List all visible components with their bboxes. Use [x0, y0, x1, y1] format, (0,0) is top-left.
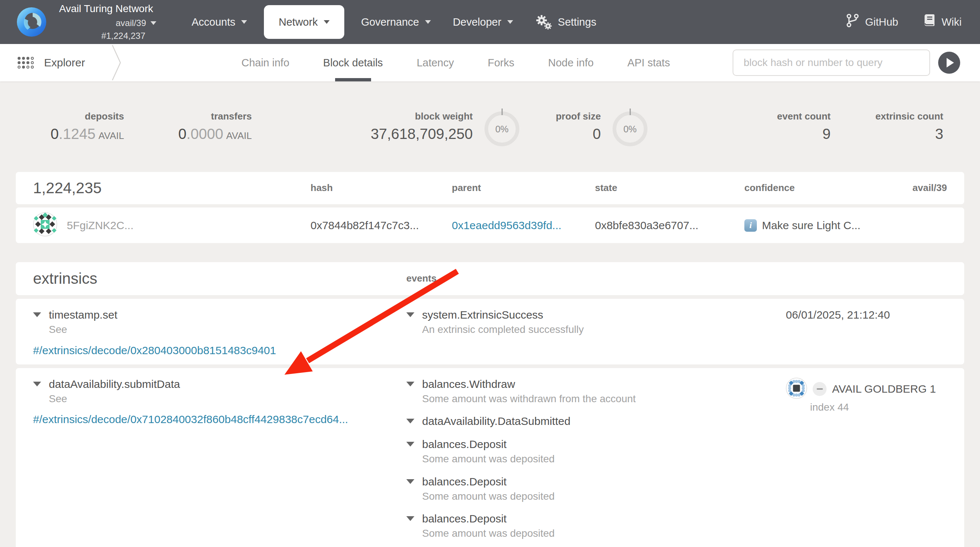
extrinsic-row-timestamp: timestamp.set See #/extrinsics/decode/0x… [16, 299, 964, 365]
header-links: GitHub Wiki [846, 13, 962, 31]
progress-percent: 0% [495, 124, 508, 135]
event-item: system.ExtrinsicSuccess An extrinsic com… [406, 308, 767, 336]
extrinsic-see: See [49, 393, 180, 405]
expand-caret-icon[interactable] [406, 442, 414, 447]
nav-item-label: Accounts [192, 16, 235, 29]
block-weight-progress-ring: 0% [485, 111, 519, 146]
code-fork-icon [846, 13, 859, 31]
block-search-input[interactable] [733, 49, 930, 76]
github-label: GitHub [865, 16, 898, 29]
breadcrumb-explorer[interactable]: Explorer [0, 56, 85, 69]
proof-size-progress-ring: 0% [612, 111, 648, 146]
expand-caret-icon[interactable] [33, 382, 41, 387]
nav-item-developer[interactable]: Developer [442, 0, 524, 44]
wiki-link[interactable]: Wiki [924, 13, 962, 31]
nav-item-label: Network [278, 16, 318, 29]
stat-frac: .1245 [59, 126, 95, 142]
stat-transfers: transfers 0.0000AVAIL [124, 111, 252, 143]
event-item: balances.Withdraw Some amount was withdr… [406, 377, 767, 405]
network-brand: Avail Turing Network avail/39 #1,224,237 [59, 3, 156, 41]
event-name: balances.Deposit [422, 512, 555, 525]
stat-extrinsic-count: extrinsic count 3 [830, 111, 943, 143]
stat-proof-size: proof size 0 [519, 111, 601, 143]
nav-item-settings[interactable]: Settings [524, 0, 608, 44]
expand-caret-icon[interactable] [406, 312, 414, 317]
stat-unit: AVAIL [226, 130, 252, 141]
stat-label: proof size [519, 111, 601, 122]
event-description: Some amount was deposited [422, 527, 555, 540]
tab-block-details[interactable]: Block details [306, 44, 400, 81]
extrinsics-section-header: extrinsics events [16, 262, 964, 295]
chevron-down-icon [241, 20, 247, 24]
column-header-confidence: confidence [745, 182, 912, 193]
github-link[interactable]: GitHub [846, 13, 898, 31]
event-name: balances.Deposit [422, 438, 555, 451]
expand-caret-icon[interactable] [406, 479, 414, 484]
author-identicon [33, 212, 57, 238]
chevron-down-icon [324, 20, 329, 24]
stat-label: transfers [124, 111, 252, 122]
stat-frac: .0000 [186, 126, 223, 142]
confidence-text: Make sure Light C... [762, 219, 860, 232]
extrinsic-cell: dataAvailability.submitData See #/extrin… [33, 377, 406, 427]
events-title: events [406, 273, 947, 284]
event-item: dataAvailability.DataSubmitted [406, 415, 767, 428]
network-name: Avail Turing Network [59, 3, 156, 15]
stat-event-count: event count 9 [648, 111, 830, 143]
tab-latency[interactable]: Latency [400, 44, 471, 81]
nav-item-network-active[interactable]: Network [264, 5, 344, 39]
expand-caret-icon[interactable] [33, 312, 41, 317]
extrinsic-meta-cell: 06/01/2025, 21:12:40 [767, 308, 947, 322]
event-name: balances.Withdraw [422, 377, 636, 391]
wiki-label: Wiki [942, 16, 962, 29]
tab-forks[interactable]: Forks [471, 44, 531, 81]
chevron-down-icon [425, 20, 431, 24]
extrinsic-method: timestamp.set [49, 308, 118, 322]
extrinsic-decode-link[interactable]: #/extrinsics/decode/0x7102840032f860b48c… [33, 413, 348, 426]
signer-account[interactable]: AVAIL GOLDBERG 1 [786, 377, 947, 400]
stat-value: 3 [830, 125, 943, 143]
tab-node-info[interactable]: Node info [531, 44, 610, 81]
column-header-hash: hash [310, 182, 452, 193]
stat-value: 37,618,709,250 [252, 125, 473, 143]
tab-api-stats[interactable]: API stats [610, 44, 687, 81]
extrinsic-cell: timestamp.set See #/extrinsics/decode/0x… [33, 308, 406, 357]
expand-caret-icon[interactable] [406, 419, 414, 423]
events-cell: system.ExtrinsicSuccess An extrinsic com… [406, 308, 767, 346]
expand-caret-icon[interactable] [406, 382, 414, 387]
stat-deposits: deposits 0.1245AVAIL [16, 111, 124, 143]
best-block-number: #1,224,237 [59, 31, 156, 41]
site-header: Avail Turing Network avail/39 #1,224,237… [0, 0, 980, 44]
stat-block-weight: block weight 37,618,709,250 [252, 111, 473, 143]
extrinsic-decode-link[interactable]: #/extrinsics/decode/0x280403000b8151483c… [33, 344, 276, 357]
parent-hash-link[interactable]: 0x1eaedd9563d39fd... [452, 219, 595, 232]
block-search [733, 49, 980, 76]
event-name: balances.Deposit [422, 475, 555, 488]
book-icon [924, 13, 935, 31]
signer-identicon [786, 377, 807, 400]
expand-caret-icon[interactable] [406, 516, 414, 521]
event-name: dataAvailability.DataSubmitted [422, 415, 570, 428]
block-author[interactable]: 5FgiZNK2C... [33, 212, 310, 238]
confidence-cell[interactable]: i Make sure Light C... [745, 219, 947, 232]
tab-chain-info[interactable]: Chain info [224, 44, 307, 81]
nav-item-governance[interactable]: Governance [350, 0, 442, 44]
stat-label: block weight [252, 111, 473, 122]
stat-value: 0.1245AVAIL [16, 125, 124, 143]
event-name: system.ExtrinsicSuccess [422, 308, 584, 322]
search-submit-button[interactable] [938, 52, 960, 74]
state-root: 0x8bfe830a3e6707... [595, 219, 745, 232]
block-number: 1,224,235 [33, 179, 310, 197]
nav-item-accounts[interactable]: Accounts [181, 0, 258, 44]
extrinsic-row-submitdata: dataAvailability.submitData See #/extrin… [16, 368, 964, 547]
block-summary-stats: deposits 0.1245AVAIL transfers 0.0000AVA… [0, 81, 980, 146]
chain-spec-selector[interactable]: avail/39 [59, 18, 156, 29]
gears-icon [535, 14, 552, 30]
stat-value: 0 [519, 125, 601, 143]
stat-label: extrinsic count [830, 111, 943, 122]
breadcrumb-divider [109, 45, 124, 82]
stat-int: 0 [51, 126, 59, 142]
block-timestamp: 06/01/2025, 21:12:40 [786, 308, 947, 322]
author-address-short: 5FgiZNK2C... [67, 219, 134, 232]
event-description: An extrinsic completed successfully [422, 323, 584, 336]
